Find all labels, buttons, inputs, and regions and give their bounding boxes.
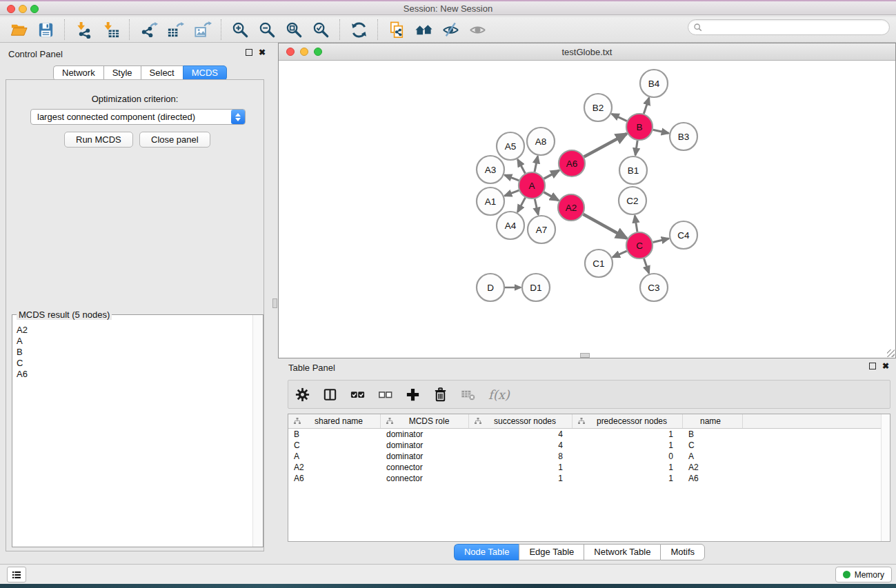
tab-network[interactable]: Network [53,65,103,81]
node-B1[interactable]: B1 [619,156,647,184]
network-canvas[interactable]: B4B2BB3A8A5A6A3B1AC2A1A2A4A7C4CC1C3DD1 [279,61,895,358]
node-B3[interactable]: B3 [670,123,697,150]
node-A6[interactable]: A6 [559,150,585,176]
tab-style[interactable]: Style [103,65,141,81]
node-C3[interactable]: C3 [640,274,668,301]
node-B[interactable]: B [626,114,653,140]
node-A3[interactable]: A3 [477,156,504,183]
cell[interactable]: dominator [381,440,469,451]
node-C1[interactable]: C1 [585,250,613,277]
cell[interactable]: dominator [381,429,469,440]
cell[interactable]: 1 [573,473,683,484]
table-close-panel-icon[interactable]: ✖ [882,363,889,369]
cell[interactable]: A [683,451,743,462]
column-header-shared-name[interactable]: shared name [288,414,381,428]
edge-C-C1[interactable] [613,251,627,257]
gear-icon[interactable] [294,386,310,403]
table-row[interactable]: A6connector11A6 [288,473,890,484]
edge-A6-B[interactable] [584,134,627,156]
split-columns-icon[interactable] [321,386,338,403]
node-C2[interactable]: C2 [619,187,646,214]
export-table-icon[interactable] [165,20,186,39]
edge-A-A7[interactable] [535,199,538,215]
import-network-icon[interactable] [73,20,94,39]
cell[interactable]: dominator [381,451,469,462]
cell[interactable]: A2 [683,462,743,473]
memory-button[interactable]: Memory [835,567,892,582]
zoom-out-icon[interactable] [257,20,277,39]
cell[interactable]: A6 [288,473,381,484]
task-history-button[interactable] [7,567,26,582]
node-D[interactable]: D [477,274,504,301]
vertical-splitter-handle[interactable] [272,298,277,308]
cell[interactable]: A6 [683,473,743,484]
deselect-all-checkboxes-icon[interactable] [377,386,393,403]
edge-A-A2[interactable] [544,192,558,201]
cell[interactable]: 1 [573,429,683,440]
edge-B-B2[interactable] [612,114,627,121]
cell[interactable]: connector [381,462,469,473]
node-A1[interactable]: A1 [477,187,504,215]
node-table[interactable]: shared nameMCDS rolesuccessor nodesprede… [288,414,890,542]
column-header-MCDS-role[interactable]: MCDS role [381,414,469,428]
cell[interactable]: 4 [469,429,573,440]
node-A2[interactable]: A2 [558,194,584,221]
run-mcds-button[interactable]: Run MCDS [64,132,133,148]
column-header-name[interactable]: name [683,414,743,428]
window-resize-handle[interactable] [887,349,895,357]
edge-A-A5[interactable] [518,159,526,173]
horizontal-splitter-handle[interactable] [580,353,590,358]
edge-B-B3[interactable] [653,130,669,133]
open-session-icon[interactable] [8,20,29,39]
result-scrollbar[interactable] [252,315,263,547]
cell[interactable]: 1 [469,462,573,473]
node-D1[interactable]: D1 [522,274,550,301]
tab-mcds[interactable]: MCDS [183,65,227,81]
cell[interactable]: A2 [288,462,381,473]
tab-motifs[interactable]: Motifs [660,544,705,560]
cell[interactable]: 1 [573,440,683,451]
table-row[interactable]: Adominator80A [288,451,890,462]
add-column-icon[interactable] [404,386,421,403]
save-session-icon[interactable] [35,20,56,39]
node-C[interactable]: C [626,232,653,258]
node-C4[interactable]: C4 [670,221,697,249]
cell[interactable]: C [288,440,381,451]
delete-table-icon[interactable] [459,386,476,403]
cell[interactable]: B [288,429,381,440]
tab-select[interactable]: Select [141,65,183,81]
edge-C-C4[interactable] [653,239,668,242]
close-panel-icon[interactable]: ✖ [259,49,266,56]
delete-column-icon[interactable] [432,386,448,403]
close-panel-button[interactable]: Close panel [139,132,210,148]
select-all-checkboxes-icon[interactable] [349,386,366,403]
node-A8[interactable]: A8 [527,128,555,155]
cell[interactable]: connector [381,473,469,484]
table-row[interactable]: A2connector11A2 [288,462,890,473]
edge-B-B4[interactable] [644,98,649,114]
edge-C-C3[interactable] [644,258,649,273]
home-icon[interactable] [413,20,434,39]
tab-edge-table[interactable]: Edge Table [519,544,584,560]
zoom-in-icon[interactable] [230,20,250,39]
first-neighbors-icon[interactable] [386,20,407,39]
zoom-selected-icon[interactable] [310,20,331,39]
edge-A-A8[interactable] [535,156,538,172]
node-A4[interactable]: A4 [497,212,524,239]
cell[interactable]: B [683,429,743,440]
tab-node-table[interactable]: Node Table [454,544,519,560]
cell[interactable]: 4 [469,440,573,451]
cell[interactable]: 8 [469,451,573,462]
node-B2[interactable]: B2 [584,94,612,121]
cell[interactable]: C [683,440,743,451]
table-row[interactable]: Bdominator41B [288,429,890,440]
cell[interactable]: 0 [573,451,683,462]
result-item[interactable]: B [17,347,253,358]
search-field[interactable] [688,19,890,35]
result-item[interactable]: A2 [17,325,253,336]
show-all-icon[interactable] [467,20,488,39]
edge-C-C2[interactable] [635,216,637,232]
table-row[interactable]: Cdominator41C [288,440,890,451]
node-B4[interactable]: B4 [640,70,668,97]
edge-B-B1[interactable] [635,141,637,155]
